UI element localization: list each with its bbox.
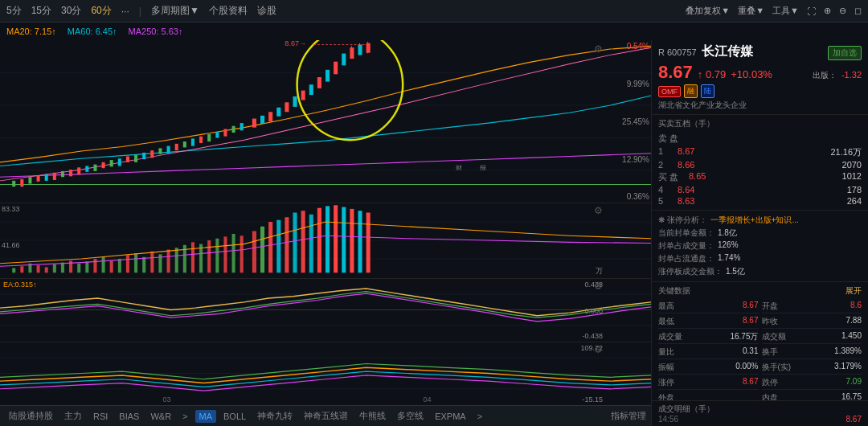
kd-inner: 内盘16.75: [762, 391, 862, 400]
indicator-manage-btn[interactable]: 指标管理: [611, 410, 646, 422]
ma20-value: 7.15↑: [35, 27, 56, 36]
bs-num-buy-5: 5: [658, 196, 669, 206]
buysell-row-buy-2: 2 8.66 2070: [658, 159, 862, 170]
stock-info-btn[interactable]: 个股资料: [209, 4, 248, 18]
svg-text:报: 报: [479, 164, 486, 171]
kd-real-turnover: 换手(实)3.179%: [762, 360, 862, 375]
kd-prev-close: 昨收7.88: [762, 314, 862, 329]
add-favorite-button[interactable]: 加自选: [828, 46, 862, 60]
svg-rect-40: [301, 91, 305, 100]
out-label: 出版：: [813, 70, 837, 81]
tab-bias[interactable]: BIAS: [115, 410, 143, 423]
analysis-val-3: 126%: [718, 240, 739, 252]
volume-gear-icon[interactable]: ⚙: [594, 205, 603, 216]
analysis-label-2: 当前封单金额：: [658, 227, 714, 239]
svg-rect-18: [118, 158, 121, 166]
svg-rect-79: [167, 250, 170, 273]
svg-rect-103: [366, 213, 371, 273]
analysis-item-4: 封单占流通盘： 1.74%: [658, 252, 862, 265]
out-val: -1.32: [841, 70, 862, 80]
maline-gear-icon[interactable]: ⚙: [594, 344, 603, 355]
svg-rect-94: [293, 213, 297, 273]
buysell-section: 买卖五档（手） 卖 盘 1 8.67 21.16万 2 8.66 2070 买: [652, 115, 868, 211]
tab-boll[interactable]: BOLL: [219, 410, 250, 423]
bs-num-1: 卖: [658, 133, 669, 145]
tab-ma[interactable]: MA: [195, 410, 217, 423]
tab-more2[interactable]: >: [473, 410, 486, 423]
tag-lu: 陆: [701, 84, 714, 98]
tag-omf: OMF: [658, 86, 681, 97]
fullscreen-icon[interactable]: ⛶: [807, 6, 816, 16]
svg-rect-9: [45, 174, 48, 181]
layout-icon[interactable]: ◻: [854, 6, 862, 16]
bs-sell-price-1: [681, 133, 862, 145]
volume-chart[interactable]: 83.33 41.66 万 ⚙: [0, 203, 651, 278]
tab-wr[interactable]: W&R: [146, 410, 175, 423]
tab-more1[interactable]: >: [178, 410, 191, 423]
svg-text:财: 财: [456, 164, 462, 171]
svg-rect-37: [276, 108, 280, 117]
analysis-label-1: ❋ 张停分析：: [658, 215, 707, 226]
tab-expma[interactable]: EXPMA: [431, 410, 470, 423]
svg-rect-95: [301, 211, 305, 273]
svg-rect-97: [317, 208, 321, 273]
svg-rect-45: [342, 54, 346, 66]
svg-rect-17: [110, 160, 113, 166]
svg-rect-23: [158, 148, 162, 154]
svg-rect-31: [223, 129, 227, 136]
bs-buy-price-5: 8.63: [678, 196, 847, 206]
svg-rect-75: [134, 254, 137, 273]
svg-rect-90: [260, 227, 264, 273]
keydata-expand[interactable]: 展开: [845, 285, 862, 297]
kd-amplitude: 振幅0.00%: [658, 360, 759, 375]
bs-num-buy-2: 2: [658, 160, 669, 170]
svg-rect-38: [285, 102, 289, 112]
tab-bull-bear[interactable]: 牛熊线: [355, 408, 390, 424]
svg-rect-44: [334, 62, 338, 75]
bias-gear-icon[interactable]: ⚙: [594, 281, 603, 292]
multi-period-btn[interactable]: 多周期图▼: [151, 4, 199, 18]
period-more[interactable]: ···: [121, 6, 129, 17]
bs-rank-buy-3: 盘: [669, 171, 681, 183]
svg-rect-13: [77, 167, 80, 174]
tab-rsi[interactable]: RSI: [89, 410, 112, 423]
tab-magic5[interactable]: 神奇五线谱: [300, 408, 352, 424]
diagnose-btn[interactable]: 诊股: [257, 4, 276, 18]
stock-code: R 600757: [658, 47, 697, 57]
bias-chart[interactable]: EA:0.315↑ 0.438 0.000 -0.438 ⚙: [0, 279, 651, 342]
period-30[interactable]: 30分: [61, 4, 81, 18]
overlap-btn[interactable]: 重叠▼: [738, 5, 764, 17]
keydata-grid: 最高8.67 开盘8.6 最低8.67 昨收7.88 成交量16.75万 成交额…: [658, 299, 862, 400]
period-60[interactable]: 60分: [91, 4, 111, 18]
svg-rect-80: [175, 248, 178, 273]
tab-main-force[interactable]: 主力: [60, 408, 86, 424]
bs-buy-price-1: 8.67: [678, 146, 830, 158]
zoom-out-icon[interactable]: ⊖: [839, 6, 846, 16]
ma-line-chart[interactable]: 109.72 -15.15 ⚙ 03 04: [0, 342, 651, 405]
bs-buy-vol-4: 178: [847, 185, 862, 195]
svg-rect-92: [276, 220, 280, 273]
tab-multi-line[interactable]: 多空线: [393, 408, 428, 424]
restore-btn[interactable]: 叠加复权▼: [686, 5, 730, 17]
price-chart[interactable]: 8.67→ 财 报 0.54% 9.99% 25.45% 12.90% 0.36…: [0, 40, 651, 203]
analysis-val-4: 1.74%: [718, 253, 740, 264]
ma60-value: 6.45↑: [96, 27, 117, 36]
bs-buy-vol-3: 1012: [842, 171, 862, 183]
gear-icon[interactable]: ⚙: [594, 43, 603, 55]
tools-btn[interactable]: 工具▼: [772, 5, 799, 17]
bs-buy-vol-2: 2070: [842, 160, 862, 170]
svg-rect-84: [207, 241, 211, 273]
bs-rank-1: 盘: [669, 133, 681, 145]
period-5[interactable]: 5分: [6, 4, 22, 18]
ma-bar: MA20: 7.15↑ MA60: 6.45↑ MA250: 5.63↑: [0, 23, 868, 40]
zoom-in-icon[interactable]: ⊕: [824, 6, 831, 16]
tab-lgtc[interactable]: 陆股通持股: [5, 408, 57, 424]
ma60-label: MA60:: [68, 27, 93, 36]
tab-magic9[interactable]: 神奇九转: [253, 408, 297, 424]
svg-rect-87: [232, 234, 235, 272]
buysell-row-1: 卖 盘: [658, 132, 862, 145]
svg-rect-35: [260, 116, 264, 124]
svg-rect-100: [342, 207, 346, 273]
period-15[interactable]: 15分: [31, 4, 51, 18]
svg-rect-93: [285, 218, 289, 273]
